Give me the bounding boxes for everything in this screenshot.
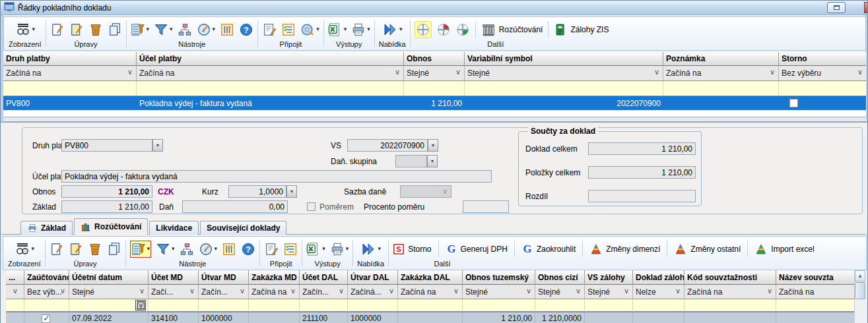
filter-value-input[interactable] bbox=[535, 299, 585, 312]
tasks-button[interactable] bbox=[283, 242, 298, 256]
copy-record-button[interactable] bbox=[108, 22, 122, 37]
filter-value-input[interactable] bbox=[463, 299, 535, 312]
filter-value-input[interactable] bbox=[137, 81, 404, 96]
settings-button[interactable] bbox=[222, 242, 236, 256]
generuj-dph-button[interactable]: G Generuj DPH bbox=[446, 243, 508, 255]
zmeny-ostatni-button[interactable]: Změny ostatní bbox=[674, 243, 741, 256]
tasks-button[interactable] bbox=[281, 22, 296, 37]
filter-operator-select[interactable]: Bez výb...∨ bbox=[24, 285, 69, 299]
filter-value-input[interactable] bbox=[633, 299, 684, 312]
filter-value-input[interactable] bbox=[779, 81, 866, 96]
filter-operator-select[interactable]: Stejné∨ bbox=[465, 66, 663, 81]
procento-pomeru-field[interactable] bbox=[463, 200, 509, 213]
column-header[interactable]: Kód souvztažnosti bbox=[684, 270, 776, 285]
media-button[interactable]: ▾ bbox=[300, 22, 319, 37]
sazba-dane-select[interactable]: ∨ bbox=[400, 185, 451, 198]
organize-button-active[interactable]: ▾ bbox=[130, 241, 152, 258]
menu-button[interactable]: ▾ bbox=[382, 22, 403, 37]
print-button[interactable]: ▾ bbox=[351, 22, 370, 37]
zauctovano-checkbox[interactable] bbox=[42, 314, 50, 323]
filter-value-input[interactable] bbox=[300, 299, 348, 312]
table-row-selected[interactable]: 07.09.2022 314100 1000000 211100 1000000… bbox=[6, 312, 854, 323]
filter-operator-select[interactable]: Začíná na∨ bbox=[663, 66, 779, 81]
druh-platby-lookup-button[interactable]: ▼ bbox=[152, 139, 163, 152]
vs-field[interactable]: 2022070900 bbox=[347, 139, 428, 152]
filter-value-input[interactable] bbox=[663, 81, 779, 96]
filter-value-input[interactable] bbox=[199, 299, 249, 312]
kurz-lookup-button[interactable]: ▼ bbox=[286, 185, 297, 198]
pomerem-checkbox[interactable] bbox=[307, 202, 316, 211]
filter-value-input[interactable] bbox=[24, 299, 69, 312]
column-header[interactable]: Doklad zálohy bbox=[633, 270, 684, 285]
note-button[interactable] bbox=[264, 242, 279, 256]
filter-operator-select[interactable]: Začíná na∨ bbox=[137, 66, 404, 81]
filter-operator-select[interactable]: Stejné∨ bbox=[535, 285, 585, 299]
filter-value-input[interactable] bbox=[249, 299, 300, 312]
relations-button[interactable] bbox=[178, 22, 192, 37]
tab-souvisejici-doklady[interactable]: Související doklady bbox=[200, 221, 286, 235]
column-header[interactable]: Zaúčtováno bbox=[24, 270, 69, 285]
column-header[interactable]: Poznámka bbox=[663, 52, 779, 66]
column-header[interactable]: Účet MD bbox=[149, 270, 199, 285]
filter-value-input[interactable] bbox=[585, 299, 633, 312]
tab-rozuctovani[interactable]: Rozúčtování bbox=[74, 218, 148, 235]
edit-record-button[interactable] bbox=[69, 242, 83, 256]
vs-lookup-button[interactable]: ▼ bbox=[428, 139, 438, 152]
rozuctovani-button[interactable]: Rozúčtování bbox=[481, 22, 543, 37]
restore-button[interactable] bbox=[827, 2, 846, 13]
column-header[interactable]: Variabilní symbol bbox=[465, 52, 663, 66]
calendar-lookup-button[interactable] bbox=[135, 300, 146, 310]
storno-button[interactable]: S Storno bbox=[393, 243, 431, 255]
help-button[interactable]: ? bbox=[241, 242, 255, 256]
filter-operator-select[interactable]: Nelze∨ bbox=[633, 285, 684, 299]
obnos-field[interactable]: 1 210,00 bbox=[61, 185, 152, 198]
filter-operator-select[interactable]: ∨ bbox=[6, 285, 24, 299]
druh-platby-field[interactable]: PV800 bbox=[61, 139, 152, 152]
zaklad-field[interactable]: 1 210,00 bbox=[61, 200, 152, 213]
filter-value-input[interactable] bbox=[348, 299, 398, 312]
column-header[interactable]: ... bbox=[6, 270, 24, 285]
pie-red-button[interactable] bbox=[436, 22, 451, 37]
column-header[interactable]: Útvar MD bbox=[199, 270, 249, 285]
copy-record-button[interactable] bbox=[107, 242, 121, 256]
vertical-scrollbar[interactable]: ▲ bbox=[854, 270, 865, 323]
column-header[interactable]: Účetní datum bbox=[69, 270, 149, 285]
filter-button[interactable]: ▾ bbox=[156, 242, 175, 256]
help-button[interactable]: ? bbox=[239, 22, 253, 37]
import-excel-button[interactable]: Import excel bbox=[754, 243, 814, 256]
filter-value-input[interactable] bbox=[6, 299, 24, 312]
views-button[interactable]: ▾ bbox=[15, 242, 35, 256]
column-header[interactable]: Účel platby bbox=[137, 52, 404, 66]
column-header[interactable]: Útvar DAL bbox=[348, 270, 398, 285]
pie-green-button[interactable] bbox=[455, 22, 470, 37]
filter-operator-select[interactable]: Stejné∨ bbox=[585, 285, 633, 299]
excel-export-button[interactable]: ▾ bbox=[306, 242, 325, 256]
table-row-selected[interactable]: PV800 Pokladna výdej - faktura vydaná 1 … bbox=[3, 96, 866, 110]
filter-value-input[interactable] bbox=[69, 299, 149, 312]
scrollbar-thumb[interactable] bbox=[855, 282, 865, 299]
column-header[interactable]: Zakázka DAL bbox=[398, 270, 463, 285]
organize-button[interactable]: ▾ bbox=[131, 22, 150, 37]
settings-button[interactable] bbox=[220, 22, 234, 37]
filter-operator-select[interactable]: Začíná na∨ bbox=[684, 285, 776, 299]
column-header[interactable]: Účet DAL bbox=[300, 270, 348, 285]
dan-skupina-lookup-button[interactable]: ▼ bbox=[427, 155, 438, 167]
tab-likvidace[interactable]: Likvidace bbox=[149, 221, 199, 235]
edit-record-button[interactable] bbox=[69, 22, 84, 37]
column-header[interactable]: VS zálohy bbox=[585, 270, 633, 285]
pie-all-button[interactable] bbox=[415, 21, 432, 38]
zaokrouhlit-button[interactable]: G Zaokrouhlit bbox=[521, 243, 576, 255]
zalohy-zis-button[interactable]: Zálohy ZIS bbox=[554, 22, 609, 37]
new-record-button[interactable] bbox=[50, 22, 65, 37]
delete-record-button[interactable] bbox=[88, 242, 102, 256]
filter-value-input[interactable] bbox=[398, 299, 463, 312]
close-button[interactable] bbox=[864, 2, 867, 13]
column-header[interactable]: Název souvzta bbox=[776, 270, 854, 285]
views-button[interactable]: ▾ bbox=[15, 22, 36, 37]
filter-operator-select[interactable]: Začín...∨ bbox=[199, 285, 249, 299]
filter-operator-select[interactable]: Začíná...∨ bbox=[348, 285, 398, 299]
column-header[interactable]: Druh platby bbox=[3, 52, 137, 66]
filter-value-input[interactable] bbox=[776, 299, 854, 312]
zmeny-dimenzi-button[interactable]: Změny dimenzí bbox=[589, 243, 660, 256]
print-button[interactable]: ▾ bbox=[330, 242, 349, 256]
